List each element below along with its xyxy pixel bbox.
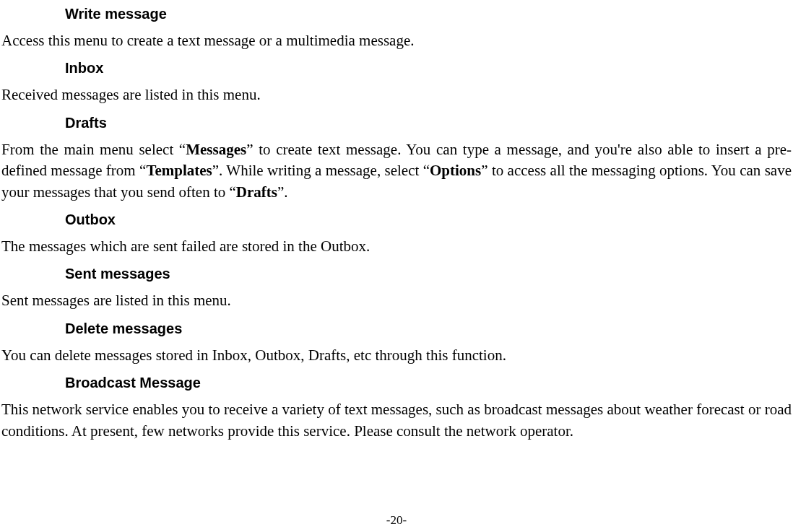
- heading-delete-messages: Delete messages: [65, 318, 792, 339]
- paragraph-outbox: The messages which are sent failed are s…: [1, 236, 792, 257]
- heading-drafts: Drafts: [65, 112, 792, 134]
- heading-broadcast-message: Broadcast Message: [65, 372, 792, 393]
- page-number: -20-: [0, 511, 793, 530]
- paragraph-sent-messages: Sent messages are listed in this menu.: [1, 290, 792, 311]
- paragraph-delete-messages: You can delete messages stored in Inbox,…: [1, 345, 792, 366]
- heading-outbox: Outbox: [65, 209, 792, 230]
- paragraph-drafts: From the main menu select “Messages” to …: [1, 139, 792, 203]
- heading-sent-messages: Sent messages: [65, 263, 792, 284]
- heading-inbox: Inbox: [65, 57, 792, 79]
- heading-write-message: Write message: [65, 3, 792, 25]
- bold-templates: Templates: [146, 162, 212, 179]
- paragraph-broadcast-message: This network service enables you to rece…: [1, 399, 792, 442]
- bold-messages: Messages: [186, 141, 246, 158]
- paragraph-write-message: Access this menu to create a text messag…: [1, 30, 792, 51]
- bold-drafts: Drafts: [236, 183, 277, 201]
- paragraph-inbox: Received messages are listed in this men…: [1, 84, 792, 105]
- bold-options: Options: [430, 162, 481, 179]
